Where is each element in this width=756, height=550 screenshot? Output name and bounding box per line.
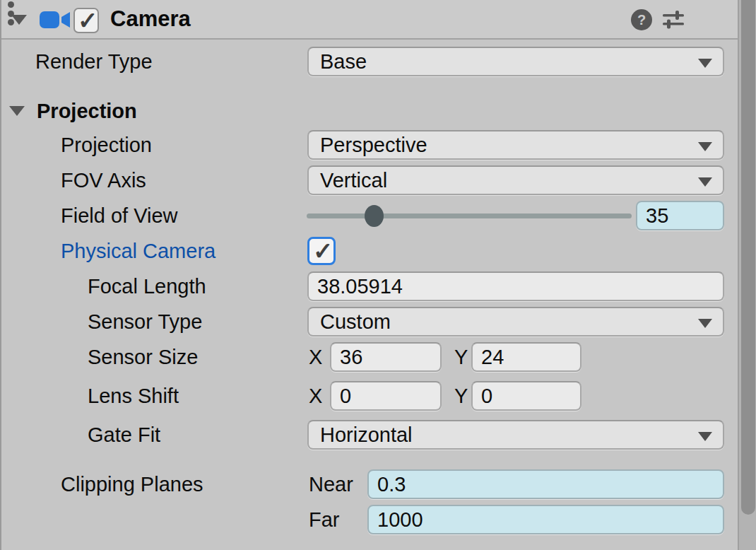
component-title: Camera (110, 6, 191, 32)
sensor-size-label: Sensor Size (88, 342, 198, 372)
sensor-type-value: Custom (320, 310, 391, 334)
lens-shift-label: Lens Shift (88, 381, 179, 411)
clipping-planes-near-row: Clipping Planes Near 0.3 (0, 469, 738, 499)
lens-shift-row: Lens Shift X 0 Y 0 (0, 381, 738, 411)
foldout-arrow-icon[interactable] (9, 106, 25, 116)
slider-thumb[interactable] (365, 205, 384, 227)
sensor-size-row: Sensor Size X 36 Y 24 (0, 342, 738, 372)
focal-length-value: 38.05914 (317, 275, 403, 298)
far-label: Far (309, 505, 340, 534)
gate-fit-dropdown[interactable]: Horizontal (307, 420, 724, 450)
render-type-dropdown[interactable]: Base (307, 47, 724, 76)
near-label: Near (309, 469, 353, 499)
camera-component-header[interactable]: Camera ? (0, 0, 738, 40)
projection-row: Projection Perspective (0, 130, 738, 160)
fov-axis-dropdown[interactable]: Vertical (307, 165, 724, 195)
vertical-scrollbar[interactable] (738, 0, 756, 550)
lens-shift-y-label: Y (454, 381, 468, 411)
fov-axis-row: FOV Axis Vertical (0, 165, 738, 195)
field-of-view-slider[interactable] (307, 201, 632, 230)
sensor-size-y-label: Y (454, 342, 468, 372)
slider-track[interactable] (307, 213, 632, 218)
chevron-down-icon (698, 432, 712, 441)
sensor-size-x-value: 36 (340, 346, 362, 369)
field-of-view-input[interactable]: 35 (636, 201, 724, 230)
projection-value: Perspective (320, 134, 427, 157)
gate-fit-row: Gate Fit Horizontal (0, 420, 738, 450)
render-type-row: Render Type Base (0, 47, 738, 76)
render-type-value: Base (320, 50, 367, 74)
clipping-planes-far-row: Far 1000 (0, 505, 738, 534)
lens-shift-x-value: 0 (340, 385, 351, 408)
field-of-view-row: Field of View 35 (0, 201, 738, 230)
sensor-type-row: Sensor Type Custom (0, 307, 738, 337)
svg-text:?: ? (637, 12, 646, 28)
chevron-down-icon (698, 142, 712, 151)
fov-axis-label: FOV Axis (61, 165, 146, 195)
sensor-size-x-label: X (309, 342, 322, 372)
focal-length-input[interactable]: 38.05914 (307, 271, 724, 301)
scrollbar-thumb[interactable] (741, 0, 755, 515)
fov-axis-value: Vertical (320, 169, 387, 192)
projection-section-header[interactable]: Projection (0, 98, 738, 124)
chevron-down-icon (698, 59, 712, 68)
focal-length-row: Focal Length 38.05914 (0, 271, 738, 301)
physical-camera-checkbox[interactable] (307, 237, 336, 265)
physical-camera-label: Physical Camera (61, 236, 215, 266)
projection-dropdown[interactable]: Perspective (307, 130, 724, 160)
focal-length-label: Focal Length (88, 271, 206, 301)
sensor-type-dropdown[interactable]: Custom (307, 307, 724, 337)
lens-shift-x-label: X (309, 381, 322, 411)
lens-shift-y-value: 0 (481, 385, 492, 408)
foldout-arrow-icon[interactable] (11, 15, 27, 25)
lens-shift-y-input[interactable]: 0 (471, 381, 581, 411)
projection-label: Projection (61, 130, 152, 160)
near-value: 0.3 (377, 473, 406, 496)
chevron-down-icon (698, 319, 712, 328)
chevron-down-icon (698, 177, 712, 187)
sensor-size-y-value: 24 (481, 346, 504, 369)
gate-fit-label: Gate Fit (88, 420, 160, 450)
clipping-planes-label: Clipping Planes (61, 469, 203, 499)
far-value: 1000 (377, 508, 423, 532)
sensor-type-label: Sensor Type (88, 307, 202, 337)
presets-icon[interactable] (661, 8, 685, 31)
far-input[interactable]: 1000 (367, 505, 724, 534)
camera-icon (40, 10, 72, 30)
render-type-label: Render Type (35, 47, 153, 76)
gate-fit-value: Horizontal (320, 423, 413, 447)
lens-shift-x-input[interactable]: 0 (330, 381, 442, 411)
panel-left-border (0, 0, 1, 550)
projection-section-title: Projection (37, 98, 137, 124)
field-of-view-value: 35 (646, 204, 668, 228)
field-of-view-label: Field of View (61, 201, 178, 230)
sensor-size-y-input[interactable]: 24 (471, 342, 581, 372)
component-enabled-checkbox[interactable] (73, 8, 99, 33)
sensor-size-x-input[interactable]: 36 (330, 342, 442, 372)
near-input[interactable]: 0.3 (367, 469, 724, 499)
physical-camera-row: Physical Camera (0, 236, 738, 266)
help-icon[interactable]: ? (630, 8, 653, 31)
